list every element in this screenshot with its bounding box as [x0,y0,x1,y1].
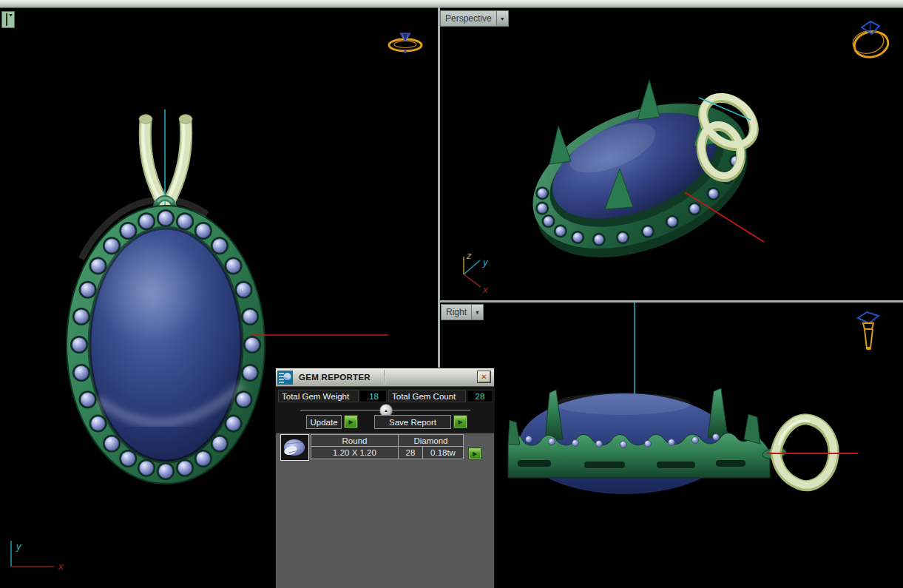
gem-size-cell: 1.20 X 1.20 [311,447,399,459]
dialog-title: GEM REPORTER [299,373,371,382]
gem-shape-header: Round [311,434,399,447]
viewport-collapse-toggle[interactable]: ▼ [1,11,15,28]
application-window: y x ▼ [0,0,903,588]
gem-type-header: Diamond [399,434,464,447]
close-icon[interactable]: ✕ [478,371,490,382]
titlebar-separator [384,370,385,385]
gem-thumbnail [280,434,309,461]
gem-reporter-icon [277,371,293,385]
axis-gizmo-perspective: z y x [464,250,489,295]
axis-label-x-front: x [58,561,64,572]
total-gem-count-value: 28 [467,390,493,402]
axis-label-y-perspective: y [482,257,489,268]
pendant-perspective-view [512,75,768,285]
gem-reporter-list-section: Round Diamond 1.20 X 1.20 28 0.18tw ▶ [276,433,494,588]
gem-row-run-button[interactable]: ▶ [468,447,481,459]
axis-label-z-perspective: z [466,250,472,261]
view-orientation-ring-icon-front [389,33,422,53]
pendant-right-view [508,303,858,494]
chevron-down-icon[interactable]: ▼ [471,305,483,320]
toggle-bar [6,13,7,26]
update-button[interactable]: Update [306,415,342,429]
total-gem-weight-label: Total Gem Weight [278,390,359,402]
gem-reporter-titlebar[interactable]: GEM REPORTER ✕ [276,368,494,387]
update-run-button[interactable]: ▶ [344,415,358,428]
chevron-down-icon[interactable]: ▼ [496,11,508,26]
axis-label-x-perspective: x [482,284,488,295]
gem-reporter-summary-section: Total Gem Weight .18 Total Gem Count 28 … [276,387,494,433]
gem-count-cell: 28 [399,447,423,459]
perspective-viewport-canvas[interactable]: z y x [440,7,903,301]
gem-weight-cell: 0.18tw [423,447,464,459]
chevron-down-icon: ▼ [8,13,13,18]
viewport-selector-label: Right [442,305,471,320]
viewport-selector-label: Perspective [441,11,496,26]
total-gem-count-label: Total Gem Count [388,390,466,402]
save-report-run-button[interactable]: ▶ [453,415,467,428]
view-orientation-ring-icon-right [858,312,879,350]
axis-gizmo-front: y x [11,541,64,572]
total-gem-weight-value: .18 [359,390,387,402]
bail-front [139,115,192,206]
gem-table: Round Diamond 1.20 X 1.20 28 0.18tw ▶ [280,434,464,461]
gem-reporter-dialog: GEM REPORTER ✕ Total Gem Weight .18 Tota… [275,368,495,588]
right-viewport-canvas[interactable] [440,303,903,588]
gem-table-grid: Round Diamond 1.20 X 1.20 28 0.18tw [311,434,464,461]
axis-label-y-front: y [16,541,22,552]
viewport-selector-perspective[interactable]: Perspective ▼ [440,10,509,27]
view-orientation-ring-icon-perspective [850,21,890,60]
viewport-selector-right[interactable]: Right ▼ [441,304,484,320]
save-report-button[interactable]: Save Report [374,415,451,429]
